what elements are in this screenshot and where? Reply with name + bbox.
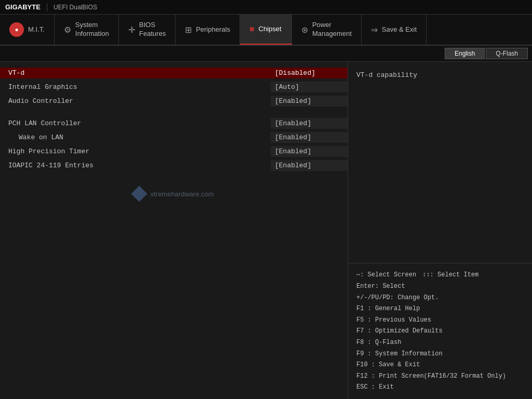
tab-bios[interactable]: ✛ BIOSFeatures [119,15,176,45]
tab-sysinfo[interactable]: ⚙ SystemInformation [55,15,119,45]
tab-power[interactable]: ⊛ PowerManagement [292,15,362,45]
tab-saveexit-label: Save & Exit [382,25,417,34]
value-ioapic[interactable]: [Enabled] [271,160,348,171]
tab-saveexit[interactable]: ⇒ Save & Exit [362,15,427,45]
label-wakeonlan: Wake on LAN [0,132,271,143]
shortcut-f1: F1 : General Help [356,303,524,315]
help-area: VT-d capability [348,62,532,263]
tab-power-label: PowerManagement [312,21,352,38]
settings-row-hpet[interactable]: High Precision Timer [Enabled] [0,144,348,158]
settings-row-wakeonlan[interactable]: Wake on LAN [Enabled] [0,130,348,144]
left-panel: VT-d [Disabled] Internal Graphics [Auto]… [0,62,348,399]
sysinfo-icon: ⚙ [64,25,71,35]
tab-mit-label: M.I.T. [28,25,45,34]
main-content: VT-d [Disabled] Internal Graphics [Auto]… [0,62,532,399]
settings-row-igraphics[interactable]: Internal Graphics [Auto] [0,80,348,94]
value-pchlan[interactable]: [Enabled] [271,118,348,129]
saveexit-icon: ⇒ [371,25,378,35]
shortcuts-area: ↔: Select Screen ↕↕: Select Item Enter: … [348,263,532,399]
value-igraphics[interactable]: [Auto] [271,82,348,92]
shortcut-f5-key: F5 : Previous Values [356,315,431,326]
shortcut-f10: F10 : Save & Exit [356,360,524,371]
shortcut-navigate: ↔: Select Screen ↕↕: Select Item [356,270,524,281]
shortcut-f10-key: F10 : Save & Exit [356,360,420,371]
settings-row-audio[interactable]: Audio Controller [Enabled] [0,94,348,108]
shortcut-f8: F8 : Q-Flash [356,337,524,349]
shortcut-f8-key: F8 : Q-Flash [356,337,401,349]
shortcut-f9: F9 : System Information [356,349,524,360]
label-hpet: High Precision Timer [0,146,271,157]
english-button[interactable]: English [445,48,485,59]
qflash-button[interactable]: Q-Flash [486,48,528,59]
shortcut-f1-key: F1 : General Help [356,303,420,315]
shortcut-f7: F7 : Optimized Defaults [356,326,524,337]
shortcut-lr-key: ↔: Select Screen [356,270,416,281]
help-text: VT-d capability [356,71,417,79]
watermark-text: xtremehardware.com [150,190,214,198]
label-audio: Audio Controller [0,96,271,107]
value-wakeonlan[interactable]: [Enabled] [271,132,348,143]
tab-peripherals[interactable]: ⊞ Peripherals [176,15,240,45]
lang-bar: English Q-Flash [0,46,532,62]
mit-icon: ● [9,22,24,37]
settings-row-pchlan[interactable]: PCH LAN Controller [Enabled] [0,116,348,130]
tab-bios-label: BIOSFeatures [139,21,166,38]
value-hpet[interactable]: [Enabled] [271,146,348,157]
value-audio[interactable]: [Enabled] [271,96,348,107]
divider [47,3,47,11]
top-bar: GIGABYTE UEFI DualBIOS [0,0,532,15]
uefi-label: UEFI DualBIOS [54,4,97,11]
watermark-diamond [131,185,148,202]
shortcut-f5: F5 : Previous Values [356,315,524,326]
shortcut-f7-key: F7 : Optimized Defaults [356,326,443,337]
label-vtd: VT-d [0,68,271,78]
label-ioapic: IOAPIC 24-119 Entries [0,160,271,171]
shortcut-f12: F12 : Print Screen(FAT16/32 Format Only) [356,371,524,382]
tab-peripherals-label: Peripherals [196,25,230,34]
label-igraphics: Internal Graphics [0,82,271,92]
shortcut-f9-key: F9 : System Information [356,349,443,360]
power-icon: ⊛ [301,25,308,35]
tab-chipset-label: Chipset [259,25,282,34]
value-vtd[interactable]: [Disabled] [271,68,348,78]
shortcut-esc-key: ESC : Exit [356,382,394,393]
watermark: xtremehardware.com [0,172,348,215]
shortcut-f12-key: F12 : Print Screen(FAT16/32 Format Only) [356,371,506,382]
shortcut-change: +/-/PU/PD: Change Opt. [356,292,524,304]
brand-logo: GIGABYTE [5,3,41,11]
shortcut-esc: ESC : Exit [356,382,524,393]
bios-icon: ✛ [128,25,135,35]
tab-mit[interactable]: ● M.I.T. [0,15,55,45]
shortcut-enter: Enter: Select [356,281,524,292]
tab-sysinfo-label: SystemInformation [75,21,109,38]
tab-chipset[interactable]: ■ Chipset [240,15,292,45]
spacer-1 [0,108,348,116]
nav-tabs: ● M.I.T. ⚙ SystemInformation ✛ BIOSFeatu… [0,15,532,46]
label-pchlan: PCH LAN Controller [0,118,271,129]
shortcut-enter-key: Enter: Select [356,281,405,292]
shortcut-ud-key: ↕↕: Select Item [422,270,478,281]
settings-row-ioapic[interactable]: IOAPIC 24-119 Entries [Enabled] [0,158,348,172]
settings-row-vtd[interactable]: VT-d [Disabled] [0,66,348,80]
peripherals-icon: ⊞ [185,25,192,35]
chipset-icon: ■ [249,24,255,34]
shortcut-change-key: +/-/PU/PD: Change Opt. [356,292,438,304]
right-panel: VT-d capability ↔: Select Screen ↕↕: Sel… [348,62,532,399]
